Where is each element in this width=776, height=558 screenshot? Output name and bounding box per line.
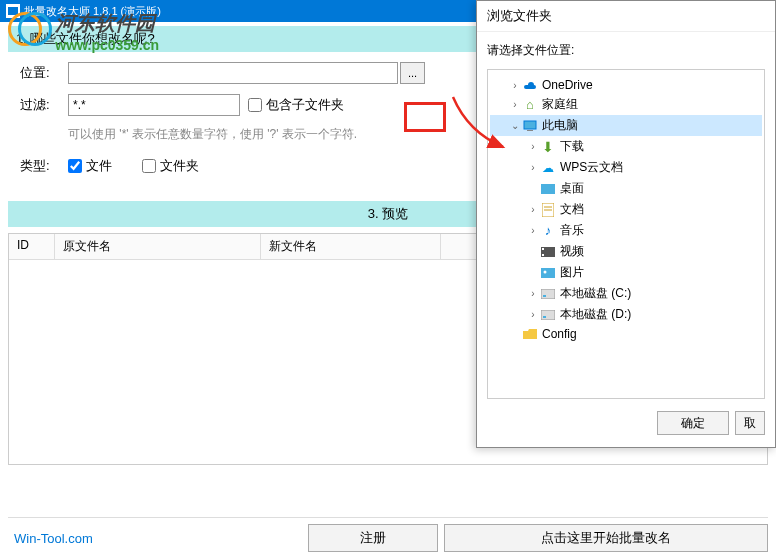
tree-item-label: 文档 <box>560 201 584 218</box>
filter-input[interactable] <box>68 94 240 116</box>
tree-arrow-icon[interactable]: › <box>526 225 540 236</box>
location-input[interactable] <box>68 62 398 84</box>
svg-rect-1 <box>524 121 536 129</box>
include-subfolder-checkbox[interactable]: 包含子文件夹 <box>248 96 344 114</box>
location-label: 位置: <box>20 64 68 82</box>
col-original[interactable]: 原文件名 <box>55 234 261 259</box>
tree-item-wps[interactable]: ›☁WPS云文档 <box>490 157 762 178</box>
svg-rect-14 <box>541 310 555 320</box>
tree-item-label: 视频 <box>560 243 584 260</box>
folder-icon <box>522 327 538 341</box>
svg-rect-3 <box>541 184 555 194</box>
family-icon: ⌂ <box>522 98 538 112</box>
svg-rect-2 <box>527 130 533 131</box>
tree-item-download[interactable]: ›⬇下载 <box>490 136 762 157</box>
tree-item-label: Config <box>542 327 577 341</box>
disk-icon <box>540 287 556 301</box>
filter-label: 过滤: <box>20 96 68 114</box>
tree-item-label: 本地磁盘 (D:) <box>560 306 631 323</box>
start-rename-button[interactable]: 点击这里开始批量改名 <box>444 524 768 552</box>
pic-icon <box>540 266 556 280</box>
disk-icon <box>540 308 556 322</box>
svg-rect-13 <box>543 295 546 297</box>
tree-arrow-icon[interactable]: › <box>508 80 522 91</box>
tree-arrow-icon[interactable]: › <box>526 204 540 215</box>
tree-item-label: 本地磁盘 (C:) <box>560 285 631 302</box>
tree-item-label: 音乐 <box>560 222 584 239</box>
type-label: 类型: <box>20 157 68 175</box>
tree-arrow-icon[interactable]: › <box>526 162 540 173</box>
svg-rect-10 <box>541 268 555 278</box>
doc-icon <box>540 203 556 217</box>
svg-rect-9 <box>542 254 544 256</box>
music-icon: ♪ <box>540 224 556 238</box>
register-button[interactable]: 注册 <box>308 524 438 552</box>
pc-icon <box>522 119 538 133</box>
tree-item-pc[interactable]: ⌄此电脑 <box>490 115 762 136</box>
wps-icon: ☁ <box>540 161 556 175</box>
col-new[interactable]: 新文件名 <box>261 234 441 259</box>
svg-rect-15 <box>543 316 546 318</box>
type-file-checkbox[interactable]: 文件 <box>68 157 112 175</box>
browse-folder-dialog: 浏览文件夹 请选择文件位置: ›OneDrive›⌂家庭组⌄此电脑›⬇下载›☁W… <box>476 0 776 448</box>
tree-arrow-icon[interactable]: › <box>526 141 540 152</box>
col-id[interactable]: ID <box>9 234 55 259</box>
video-icon <box>540 245 556 259</box>
tree-item-label: OneDrive <box>542 78 593 92</box>
tree-item-doc[interactable]: ›文档 <box>490 199 762 220</box>
dialog-ok-button[interactable]: 确定 <box>657 411 729 435</box>
dialog-prompt: 请选择文件位置: <box>477 32 775 65</box>
site-link[interactable]: Win-Tool.com <box>8 531 308 546</box>
tree-arrow-icon[interactable]: › <box>508 99 522 110</box>
desktop-icon <box>540 182 556 196</box>
tree-item-desktop[interactable]: 桌面 <box>490 178 762 199</box>
tree-item-label: 下载 <box>560 138 584 155</box>
tree-item-onedrive[interactable]: ›OneDrive <box>490 76 762 94</box>
app-icon <box>6 4 20 18</box>
tree-arrow-icon[interactable]: › <box>526 309 540 320</box>
svg-rect-8 <box>542 248 544 250</box>
dialog-title: 浏览文件夹 <box>477 1 775 32</box>
tree-item-family[interactable]: ›⌂家庭组 <box>490 94 762 115</box>
tree-item-label: 家庭组 <box>542 96 578 113</box>
browse-button[interactable]: ... <box>400 62 425 84</box>
tree-item-video[interactable]: 视频 <box>490 241 762 262</box>
tree-item-disk[interactable]: ›本地磁盘 (C:) <box>490 283 762 304</box>
tree-item-label: WPS云文档 <box>560 159 623 176</box>
svg-rect-12 <box>541 289 555 299</box>
app-title: 批量改名大师 1.8.1 (演示版) <box>24 4 161 19</box>
tree-item-music[interactable]: ›♪音乐 <box>490 220 762 241</box>
tree-item-disk[interactable]: ›本地磁盘 (D:) <box>490 304 762 325</box>
svg-point-11 <box>544 270 547 273</box>
type-folder-checkbox[interactable]: 文件夹 <box>142 157 199 175</box>
tree-item-pic[interactable]: 图片 <box>490 262 762 283</box>
onedrive-icon <box>522 78 538 92</box>
tree-item-label: 此电脑 <box>542 117 578 134</box>
folder-tree[interactable]: ›OneDrive›⌂家庭组⌄此电脑›⬇下载›☁WPS云文档桌面›文档›♪音乐视… <box>487 69 765 399</box>
tree-item-label: 桌面 <box>560 180 584 197</box>
tree-arrow-icon[interactable]: ⌄ <box>508 120 522 131</box>
tree-arrow-icon[interactable]: › <box>526 288 540 299</box>
tree-item-folder[interactable]: Config <box>490 325 762 343</box>
download-icon: ⬇ <box>540 140 556 154</box>
dialog-cancel-button[interactable]: 取 <box>735 411 765 435</box>
tree-item-label: 图片 <box>560 264 584 281</box>
